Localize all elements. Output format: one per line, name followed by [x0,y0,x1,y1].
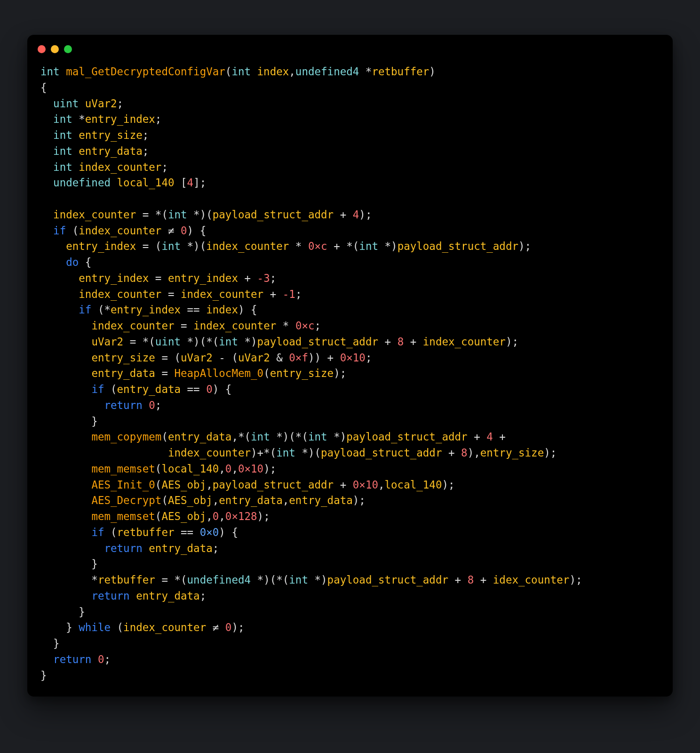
code-token-pl: ; [155,399,162,411]
code-token-pl: + [334,479,353,491]
code-token-pl: ; [200,590,207,602]
code-token-ty: int [161,240,181,252]
minimize-icon[interactable] [51,45,59,53]
code-token-pl: )+*( [251,447,276,459]
code-token-pl: ,*( [231,431,251,443]
code-token-pl: } [40,558,98,570]
code-token-id: entry_data [219,494,282,506]
code-token-kw: while [79,621,111,633]
code-line: if (entry_data == 0) { [40,383,231,395]
code-line: uVar2 = *(uint *)(*(int *)payload_struct… [40,336,518,348]
code-token-ty: int [276,447,295,459]
code-token-pl: *)(*( [251,574,289,586]
code-token-id: entry_index [111,304,181,316]
code-token-pl: ( [104,383,117,395]
code-token-num: 4 [187,176,194,189]
code-line: if (index_counter ≠ 0) { [40,224,206,237]
code-token-kw: if [53,224,66,237]
code-token-pl [40,542,104,554]
code-token-pl: ; [161,161,168,173]
code-token-pl [111,176,117,189]
code-token-pl [130,590,136,602]
code-token-pl [40,431,91,443]
code-line: uint uVar2; [40,97,123,110]
code-line: int entry_data; [40,145,149,157]
code-token-num: 0×f [289,352,308,364]
code-token-pl: ≠ [161,224,181,237]
code-token-id: entry_index [66,240,136,252]
code-line: index_counter)+*(int *)(payload_struct_a… [40,447,557,459]
code-token-pl: ); [544,447,557,459]
code-token-id: entry_data [136,590,199,602]
code-token-id: entry_data [149,542,212,554]
code-token-num: 0 [98,653,104,665]
code-line: return entry_data; [40,590,206,602]
code-token-pl: ); [263,463,276,475]
code-token-pl [40,526,91,538]
code-token-fn: mem_memset [91,510,155,522]
code-token-id: uVar2 [238,352,270,364]
code-token-pl: } [40,669,47,681]
code-token-pl: , [378,479,385,491]
code-token-num: 0×10 [238,463,263,475]
code-token-pl: ; [104,653,111,665]
code-token-pl [40,399,104,411]
code-token-pl [143,399,149,411]
code-token-id: entry_index [79,272,149,284]
code-token-pl: ); [257,510,270,522]
code-token-pl: , [231,463,238,475]
code-token-pl: } [40,637,60,649]
code-token-pl: ); [359,208,372,221]
code-token-pl: ( [225,65,232,78]
window-titlebar [27,35,673,58]
code-token-pl: = *( [155,574,187,586]
code-token-num: 0×10 [340,352,366,364]
code-token-fn: AES_Init_0 [91,479,155,491]
code-token-id: AES_obj [168,494,213,506]
code-token-pl: (* [91,304,111,316]
code-line: int *entry_index; [40,113,161,125]
code-token-pl: * [289,240,308,252]
code-token-pl [40,97,53,110]
code-token-pl: = ( [155,352,181,364]
code-token-id: entry_size [79,129,142,141]
code-token-ty: int [308,431,327,443]
code-token-pl [40,479,91,491]
code-token-ty: undefined4 [295,65,359,78]
code-token-pl: + [442,447,461,459]
code-line: } [40,558,98,570]
code-token-pl [143,542,149,554]
code-token-pl: + [493,431,506,443]
code-token-pl: == [181,383,206,395]
code-token-id: index_counter [168,447,251,459]
code-token-pl: ; [143,145,149,157]
code-token-pl: ; [155,113,162,125]
code-token-pl: ); [442,479,454,491]
close-icon[interactable] [38,45,46,53]
code-line: } [40,415,98,427]
code-token-pl [40,272,79,284]
code-token-pl: * [276,320,295,332]
code-token-pl [40,161,53,173]
code-token-pl: ) { [238,304,257,316]
code-token-id: local_140 [161,463,219,475]
code-token-pl: ( [155,463,162,475]
code-token-pl: )) + [308,352,340,364]
code-token-pl: *)(*( [270,431,308,443]
code-token-pl: ( [161,494,168,506]
code-token-pl: *)(*( [181,336,219,348]
code-token-pl: * [72,113,85,125]
code-token-pl: + [378,336,398,348]
code-line: undefined local_140 [4]; [40,176,206,189]
code-token-pl: * [359,65,372,78]
code-token-pl: ), [468,447,480,459]
code-token-id: local_140 [385,479,442,491]
code-token-id: entry_size [91,352,155,364]
code-token-pl [40,129,53,141]
code-line: mem_memset(AES_obj,0,0×128); [40,510,270,522]
code-token-pl [72,129,79,141]
code-token-num: -3 [257,272,270,284]
code-line: { [40,81,47,94]
code-token-pl: ( [155,479,162,491]
zoom-icon[interactable] [64,45,72,53]
